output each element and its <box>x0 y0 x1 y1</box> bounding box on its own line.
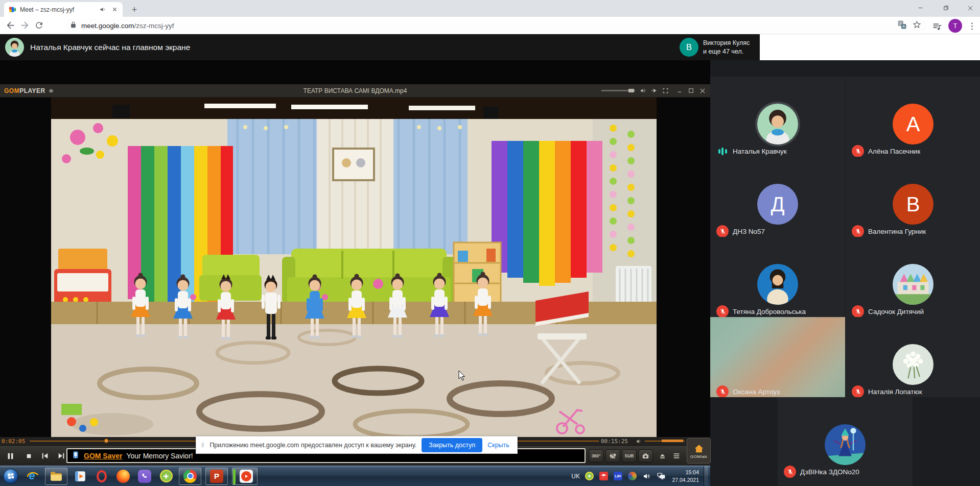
player-menu-icon[interactable] <box>669 449 684 463</box>
shared-screen-area: GOMPLAYER ТЕАТР ВИСТАВА САМІ ВДОМА.mp4 <box>0 60 710 466</box>
subtitles-button[interactable]: SUB <box>622 449 637 463</box>
hide-notification-link[interactable]: Скрыть <box>487 442 509 449</box>
browser-tabstrip: Meet – zsz-mcsj-yyf + <box>0 0 980 17</box>
gom-saver-brand: GOM Saver <box>84 452 122 460</box>
lav-filters-tray-icon[interactable]: LAV <box>613 471 623 481</box>
reload-icon[interactable] <box>32 18 46 33</box>
participant-name: Садочок Дитячий <box>868 308 924 315</box>
codec-tray-icon[interactable] <box>627 471 637 481</box>
internet-explorer-icon[interactable]: e <box>24 468 41 485</box>
network-tray-icon[interactable] <box>656 471 666 481</box>
participant-tile[interactable]: А Алёна Пасечник <box>846 77 980 157</box>
powerpoint-icon[interactable]: P <box>205 468 228 485</box>
speaker-icon[interactable] <box>640 87 646 94</box>
360-security-icon[interactable] <box>157 468 175 485</box>
gom-maximize-icon[interactable] <box>688 87 694 94</box>
avira-tray-icon[interactable]: ☂ <box>599 471 609 481</box>
presenting-banner-text: Наталья Кравчук сейчас на главном экране <box>30 43 190 52</box>
translate-icon[interactable]: ГA <box>897 20 907 32</box>
avatar: А <box>893 104 934 144</box>
system-tray: UK ☂ LAV 15:0427.04.2021 <box>571 466 710 486</box>
mic-muted-icon <box>716 385 729 397</box>
seek-handle[interactable] <box>104 439 109 443</box>
avatar <box>757 264 798 305</box>
show-desktop-button[interactable] <box>704 466 708 486</box>
mic-muted-icon <box>852 145 864 157</box>
participant-tile[interactable]: Наталія Лопатюк <box>846 317 980 397</box>
pause-icon[interactable] <box>3 449 17 463</box>
chrome-icon[interactable] <box>179 468 201 485</box>
window-close-button[interactable] <box>963 0 978 16</box>
window-restore-button[interactable] <box>938 0 953 16</box>
notification-drag-handle[interactable]: ‖ <box>201 441 204 449</box>
tab-close-icon[interactable] <box>110 6 119 14</box>
svg-text:A: A <box>902 25 905 29</box>
avatar: В <box>893 184 934 225</box>
back-icon[interactable] <box>3 18 17 33</box>
media-playlist-icon[interactable] <box>930 19 944 33</box>
gom-minimize-icon[interactable] <box>676 87 683 94</box>
shared-video-frame <box>51 98 657 437</box>
360-tray-icon[interactable] <box>585 471 594 481</box>
participant-tile-video[interactable]: Оксана Артоуз <box>710 317 845 397</box>
gom-player-taskbar-icon[interactable] <box>232 468 258 485</box>
participant-name: ДзВІНка ЗДОNo20 <box>800 468 859 476</box>
snapshot-button[interactable] <box>638 449 653 463</box>
address-bar[interactable]: meet.google.com/zsz-mcsj-yyf ГA <box>64 19 927 33</box>
stop-icon[interactable] <box>21 449 36 463</box>
gom-titlebar[interactable]: GOMPLAYER ТЕАТР ВИСТАВА САМІ ВДОМА.mp4 <box>0 84 710 98</box>
file-explorer-icon[interactable] <box>45 468 67 485</box>
gomlab-home-icon <box>693 443 705 454</box>
participants-panel: Наталья Кравчук А Алёна Пасечник Д ДНЗ N… <box>710 60 980 486</box>
gom-settings-gear-icon[interactable] <box>48 88 54 94</box>
previous-icon[interactable] <box>38 449 52 463</box>
browser-tab[interactable]: Meet – zsz-mcsj-yyf <box>4 2 123 17</box>
fullscreen-icon[interactable] <box>662 87 669 94</box>
meet-header: Наталья Кравчук сейчас на главном экране… <box>0 34 980 60</box>
gomlab-button[interactable]: GOMlab <box>687 438 711 464</box>
lock-icon <box>69 21 77 31</box>
window-minimize-button[interactable] <box>913 0 928 16</box>
mic-muted-icon <box>716 225 729 237</box>
volume-bar[interactable] <box>645 441 685 442</box>
avatar <box>825 424 866 465</box>
pinned-speaker-avatar: В <box>680 38 698 57</box>
opera-icon[interactable] <box>93 468 110 485</box>
pinned-speaker-text: Виктория Куляси еще 47 чел. <box>703 39 750 56</box>
eject-icon[interactable] <box>655 449 669 463</box>
stage-scene <box>51 98 657 437</box>
start-button[interactable] <box>2 468 19 485</box>
participant-name: Наталья Кравчук <box>733 148 787 155</box>
tab-audio-icon[interactable] <box>99 6 107 14</box>
browser-profile-avatar[interactable]: T <box>948 19 962 33</box>
participant-tile[interactable]: В Валентина Гурник <box>846 157 980 237</box>
screen: Meet – zsz-mcsj-yyf + <box>0 0 980 486</box>
new-tab-button[interactable]: + <box>129 4 140 15</box>
volume-slider[interactable] <box>601 90 635 91</box>
gom-close-icon[interactable] <box>699 87 706 94</box>
avatar <box>893 264 934 305</box>
pinned-speaker-chip[interactable]: В Виктория Куляси еще 47 чел. <box>680 38 750 57</box>
firefox-icon[interactable] <box>114 468 132 485</box>
participant-tile[interactable]: Наталья Кравчук <box>710 77 845 157</box>
playlist-panel-icon[interactable] <box>651 87 658 94</box>
bookmark-star-icon[interactable] <box>912 20 922 32</box>
taskbar-clock[interactable]: 15:0427.04.2021 <box>670 469 699 483</box>
media-player-icon[interactable] <box>72 468 89 485</box>
participant-tile[interactable]: Тетяна Добровольська <box>710 237 845 317</box>
forward-icon[interactable] <box>17 18 32 33</box>
video-360-button[interactable]: 360° <box>589 449 603 463</box>
notification-text: Приложению meet.google.com предоставлен … <box>209 442 416 449</box>
participant-tile[interactable]: ДзВІНка ЗДОNo20 <box>778 397 913 486</box>
viber-icon[interactable] <box>136 468 153 485</box>
equalizer-button[interactable] <box>605 449 620 463</box>
participant-name: Тетяна Добровольська <box>733 308 806 315</box>
participant-tile[interactable]: Д ДНЗ No57 <box>710 157 845 237</box>
language-indicator[interactable]: UK <box>571 473 580 480</box>
participant-tile[interactable]: Садочок Дитячий <box>846 237 980 317</box>
stop-sharing-button[interactable]: Закрыть доступ <box>422 438 482 452</box>
browser-menu-icon[interactable] <box>965 19 979 33</box>
avatar: Д <box>757 184 798 225</box>
volume-tray-icon[interactable] <box>642 471 651 481</box>
windows-taskbar: e <box>0 466 710 486</box>
